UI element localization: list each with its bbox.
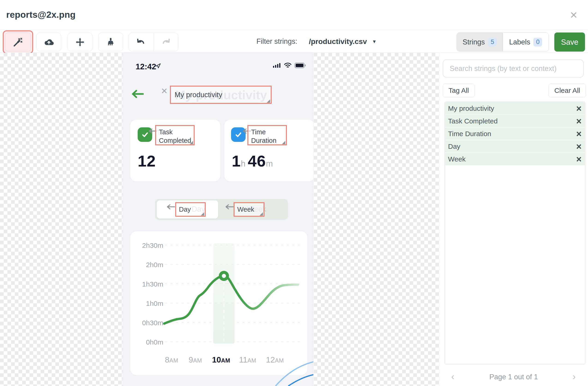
remove-string-icon[interactable]: × [576, 142, 582, 151]
strings-sidebar: Tag All Clear All My productivity × Task… [439, 53, 588, 386]
tag-box-time-duration[interactable]: Time Duration ◢ [247, 125, 287, 145]
x-axis-tick-11am: 11AM [239, 355, 256, 364]
tab-strings-label: Strings [462, 38, 485, 46]
redo-button[interactable] [153, 33, 178, 51]
tag-day-text: Day [179, 206, 191, 213]
string-row[interactable]: My productivity × [445, 102, 585, 115]
tag-box-week[interactable]: Week ◢ [233, 202, 265, 217]
x-axis-tick-9am: 9AM [189, 355, 202, 364]
location-arrow-icon [155, 63, 161, 69]
tab-labels-label: Labels [509, 38, 530, 46]
strings-count-badge: 5 [488, 38, 497, 47]
brush-tool-button[interactable] [98, 33, 123, 51]
cellular-signal-icon [273, 62, 281, 68]
string-row[interactable]: Day × [445, 140, 585, 153]
productivity-line-chart [130, 231, 307, 375]
redo-icon [161, 37, 171, 47]
tag-time-line1: Time [251, 128, 276, 136]
hours-value: 1 [232, 152, 241, 170]
hours-unit: h [241, 159, 245, 168]
productivity-chart-card: 2h30m 2h0m 1h30m 1h0m 0h30m 0h0m [130, 231, 307, 375]
productivity-line [164, 276, 298, 324]
save-button[interactable]: Save [554, 33, 585, 52]
resize-grip-icon[interactable]: ◢ [189, 140, 193, 144]
strings-list-panel: My productivity × Task Completed × Time … [444, 102, 585, 364]
string-text: Day [448, 143, 460, 150]
search-strings-input[interactable] [443, 59, 584, 77]
move-tool-button[interactable] [67, 33, 92, 51]
labels-count-badge: 0 [533, 38, 542, 47]
chevron-down-icon[interactable]: ▾ [373, 38, 376, 45]
tag-arrow-icon [166, 204, 175, 210]
tasks-completed-value: 12 [138, 152, 156, 170]
remove-string-icon[interactable]: × [576, 116, 582, 126]
resize-grip-icon[interactable]: ◢ [259, 212, 263, 216]
status-bar-icons [273, 62, 306, 68]
tag-box-task-completed[interactable]: Task Completed ◢ [155, 125, 195, 145]
x-axis-tick-10am: 10AM [212, 355, 230, 364]
card-time-duration: Time Duration Time Duration ◢ 1h46m [224, 120, 313, 181]
minutes-unit: m [266, 159, 273, 168]
magic-wand-tool-button[interactable] [3, 30, 33, 54]
page-next-icon[interactable]: › [572, 372, 576, 381]
x-axis-tick-12am: 12AM [266, 355, 284, 364]
move-icon [75, 37, 85, 47]
title-bar: reports@2x.png [0, 0, 588, 30]
app-window: reports@2x.png × [0, 0, 588, 386]
resize-grip-icon[interactable]: ◢ [267, 98, 270, 103]
x-axis-tick-8am: 8AM [165, 355, 178, 364]
tag-title-text: My productivity [175, 91, 222, 99]
filter-strings-label: Filter strings: [256, 37, 297, 46]
back-arrow-icon[interactable] [131, 89, 144, 99]
magic-wand-icon [5, 33, 31, 51]
cloud-upload-icon [43, 37, 54, 47]
string-row[interactable]: Week × [445, 153, 585, 165]
pagination: ‹ Page 1 out of 1 › [439, 370, 588, 384]
peak-marker-hole [222, 274, 226, 278]
minutes-value: 46 [248, 152, 266, 170]
status-bar-time: 12:42 [136, 62, 156, 71]
remove-string-icon[interactable]: × [576, 104, 582, 113]
undo-button[interactable] [129, 33, 153, 51]
time-duration-value: 1h46m [232, 152, 273, 170]
battery-icon [294, 62, 306, 68]
undo-icon [136, 37, 147, 47]
card-task-completed: Task Completed Task Completed ◢ 12 [130, 120, 220, 181]
resize-grip-icon[interactable]: ◢ [282, 140, 285, 144]
string-row[interactable]: Time Duration × [445, 128, 585, 140]
brush-icon [105, 37, 116, 47]
tag-arrow-icon [225, 204, 233, 210]
string-text: Task Completed [448, 117, 498, 125]
string-text: My productivity [448, 105, 494, 112]
remove-string-icon[interactable]: × [576, 129, 582, 138]
wifi-icon [284, 62, 292, 68]
phone-close-icon: × [161, 85, 168, 96]
tag-time-line2: Duration [251, 136, 276, 145]
remove-string-icon[interactable]: × [576, 154, 582, 164]
string-text: Week [448, 155, 465, 163]
undo-redo-group [129, 33, 178, 51]
tab-labels[interactable]: Labels 0 [503, 33, 549, 51]
tag-week-text: Week [237, 206, 254, 213]
filter-file-select[interactable]: /productivity.csv [309, 37, 367, 46]
string-text: Time Duration [448, 130, 491, 138]
page-indicator: Page 1 out of 1 [439, 373, 588, 381]
phone-screenshot: 12:42 [123, 53, 313, 386]
tag-all-button[interactable]: Tag All [443, 84, 475, 97]
strings-labels-tabs: Strings 5 Labels 0 [457, 33, 549, 52]
tag-task-line1: Task [159, 128, 191, 136]
tag-box-day[interactable]: Day ◢ [175, 202, 206, 217]
tab-strings[interactable]: Strings 5 [457, 33, 503, 51]
tag-task-line2: Completed [159, 136, 191, 145]
clear-all-button[interactable]: Clear All [548, 84, 586, 97]
close-dialog-button[interactable]: × [567, 8, 580, 21]
upload-button[interactable] [36, 33, 61, 51]
document-title: reports@2x.png [6, 10, 76, 20]
filter-strings-control: Filter strings: /productivity.csv ▾ [256, 37, 376, 46]
canvas-area: 12:42 [0, 53, 439, 386]
tag-box-title[interactable]: My productivity ◢ [170, 86, 272, 104]
resize-grip-icon[interactable]: ◢ [201, 212, 204, 216]
string-row[interactable]: Task Completed × [445, 115, 585, 127]
